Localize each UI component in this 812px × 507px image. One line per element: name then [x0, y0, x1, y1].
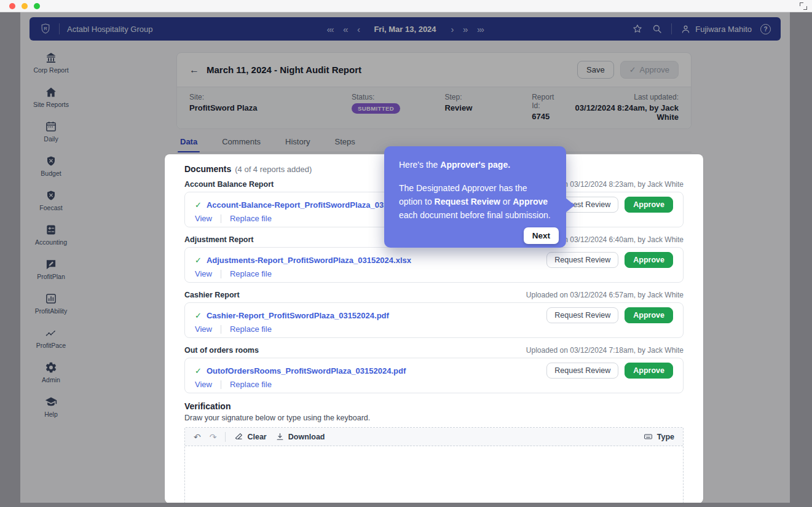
keyboard-icon: [643, 432, 653, 441]
verification-instruction: Draw your signature below or type using …: [184, 414, 684, 422]
document-row-cashier: Cashier Report Uploaded on 03/12/2024 6:…: [184, 291, 684, 338]
replace-file-link[interactable]: Replace file: [230, 269, 272, 278]
documents-heading: Documents: [184, 164, 231, 174]
check-icon: ✓: [195, 366, 202, 375]
redo-icon[interactable]: ↷: [210, 433, 217, 441]
download-icon: [275, 432, 285, 441]
approve-document-button[interactable]: Approve: [625, 363, 673, 379]
view-link[interactable]: View: [195, 380, 212, 389]
app-window: R Actabl Hospitality Group ‹‹‹ ‹‹ ‹ Fri,…: [20, 12, 790, 503]
undo-icon[interactable]: ↶: [194, 433, 201, 441]
documents-count-note: (4 of 4 reports added): [235, 165, 312, 174]
document-row-out-of-order-rooms: Out of orders rooms Uploaded on 03/12/20…: [184, 346, 684, 393]
tutorial-next-button[interactable]: Next: [524, 227, 559, 244]
view-link[interactable]: View: [195, 269, 212, 278]
screenshot-corner-icon: [800, 2, 807, 10]
verification-heading: Verification: [184, 401, 684, 411]
replace-file-link[interactable]: Replace file: [230, 380, 272, 389]
download-signature-button[interactable]: Download: [275, 432, 325, 441]
check-icon: ✓: [195, 256, 202, 265]
request-review-button[interactable]: Request Review: [546, 307, 618, 323]
check-icon: ✓: [195, 311, 202, 320]
view-link[interactable]: View: [195, 214, 212, 223]
replace-file-link[interactable]: Replace file: [230, 214, 272, 223]
tooltip-arrow: [566, 198, 575, 213]
signature-toolbar: ↶ ↷ Clear: [185, 428, 683, 446]
signature-widget: ↶ ↷ Clear: [184, 427, 684, 503]
eraser-icon: [234, 432, 243, 441]
view-link[interactable]: View: [195, 324, 212, 334]
file-link[interactable]: ✓ OutofOrdersRooms_ProfitSwordPlaza_0315…: [195, 366, 406, 375]
traffic-lights: [9, 3, 40, 9]
type-signature-button[interactable]: Type: [643, 432, 674, 441]
desktop: R Actabl Hospitality Group ‹‹‹ ‹‹ ‹ Fri,…: [0, 0, 812, 507]
check-icon: ✓: [195, 200, 202, 210]
window-titlebar: [0, 0, 812, 12]
approve-document-button[interactable]: Approve: [625, 307, 673, 323]
minimize-window-button[interactable]: [22, 3, 28, 9]
clear-signature-button[interactable]: Clear: [234, 432, 266, 441]
replace-file-link[interactable]: Replace file: [230, 324, 272, 334]
approve-document-button[interactable]: Approve: [625, 252, 673, 268]
request-review-button[interactable]: Request Review: [546, 252, 618, 268]
request-review-button[interactable]: Request Review: [546, 363, 618, 379]
zoom-window-button[interactable]: [34, 3, 40, 9]
signature-canvas[interactable]: [185, 446, 683, 503]
close-window-button[interactable]: [9, 3, 15, 9]
approve-document-button[interactable]: Approve: [625, 197, 673, 213]
file-link[interactable]: ✓ Adjustments-Report_ProfitSwordPlaza_03…: [195, 256, 411, 265]
tutorial-tooltip: Here's the Approver's page. The Designat…: [384, 146, 566, 248]
file-link[interactable]: ✓ Cashier-Report_ProfitSwordPlaza_031520…: [195, 311, 389, 320]
